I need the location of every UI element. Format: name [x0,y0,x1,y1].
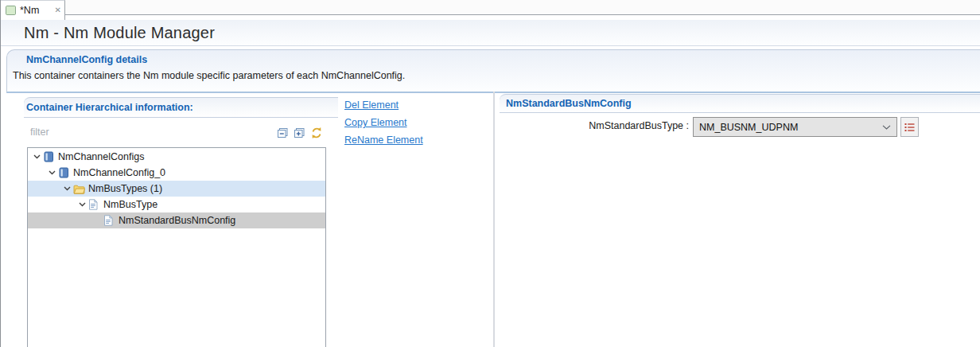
actions: Del ElementCopy ElementReName Element [344,99,423,146]
details-section-title: NmChannelConfig details [26,54,147,65]
module-icon [43,151,58,162]
chevron-expanded-icon[interactable] [30,154,43,159]
nmstandardbustype-value: NM_BUSNM_UDPNM [699,122,798,133]
tab-strip [65,0,980,15]
del-element-link[interactable]: Del Element [344,99,423,111]
nmstandardbustype-label: NmStandardBusType : [530,120,689,131]
module-icon [58,167,73,178]
tree-item[interactable]: NmBusType [28,197,325,212]
copy-element-link[interactable]: Copy Element [344,117,423,128]
chevron-expanded-icon[interactable] [60,186,73,191]
tab-label: *Nm [20,5,39,16]
tree-item[interactable]: NmBusTypes (1) [28,181,325,197]
file-icon [6,6,16,15]
open-list-button[interactable] [900,117,919,137]
tree-toolbar [277,127,323,139]
nmstandardbustype-select[interactable]: NM_BUSNM_UDPNM [693,117,897,137]
tree-item[interactable]: NmChannelConfig_0 [28,165,325,181]
rename-element-link[interactable]: ReName Element [344,135,423,146]
tree[interactable]: NmChannelConfigsNmChannelConfig_0NmBusTy… [27,147,326,347]
details-section: NmChannelConfig details This container c… [6,49,980,93]
tree-item[interactable]: NmChannelConfigs [28,149,325,165]
pane-divider[interactable] [493,92,495,347]
refresh-icon[interactable] [310,127,323,139]
container-info-header: Container Hierarchical information: [24,97,338,118]
editor-left-border [0,0,1,347]
close-icon[interactable]: ✕ [55,6,61,14]
container-info-title: Container Hierarchical information: [24,98,338,113]
expand-all-icon[interactable] [294,127,305,138]
folder-icon [73,184,88,194]
nmstandardbusnmconfig-header: NmStandardBusNmConfig [500,94,980,113]
editor-header: Nm - Nm Module Manager [1,20,980,46]
details-section-description: This container containers the Nm module … [13,70,405,81]
list-icon [904,123,915,132]
chevron-expanded-icon[interactable] [45,170,58,175]
editor-tab-nm[interactable]: *Nm ✕ [1,0,65,20]
chevron-down-icon [882,125,891,130]
document-icon [88,199,103,210]
collapse-all-icon[interactable] [277,127,289,138]
filter-input[interactable] [29,123,223,142]
tree-item[interactable]: NmStandardBusNmConfig [28,212,325,228]
document-icon [103,215,119,226]
chevron-expanded-icon[interactable] [76,202,88,207]
page-title: Nm - Nm Module Manager [1,20,980,42]
nmstandardbusnmconfig-title: NmStandardBusNmConfig [500,95,980,109]
